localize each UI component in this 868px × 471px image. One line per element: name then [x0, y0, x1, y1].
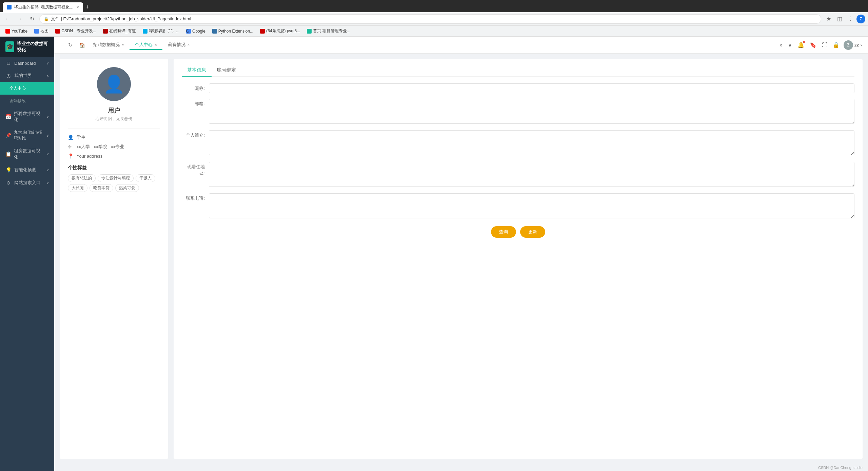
- tab-favicon: [7, 5, 12, 9]
- role-icon: 👤: [68, 135, 74, 140]
- chevron-down-icon: ∨: [46, 181, 49, 185]
- tag-5: 吃货本货: [90, 184, 113, 192]
- email-label: 邮箱:: [182, 99, 209, 107]
- tab-close-btn[interactable]: ×: [76, 4, 79, 10]
- tab-label: 薪资情况: [168, 42, 185, 48]
- address-input[interactable]: [209, 162, 854, 187]
- form-tabs: 基本信息 账号绑定: [182, 64, 854, 77]
- profile-info-role: 👤 学生: [68, 134, 160, 140]
- profile-info-address: 📍 Your address: [68, 153, 160, 159]
- password-nav-label: 密码修改: [9, 98, 26, 104]
- bookmark-csdn[interactable]: CSDN - 专业开发...: [53, 27, 99, 35]
- tag-3: 干饭人: [136, 174, 155, 182]
- sidebar-nav: □ Dashboard ∨ ◎ 我的世界 ∧ 个人中心 密码修改 📅 招聘数据可…: [0, 57, 54, 471]
- bookmark-pyqt5[interactable]: (64条消息) pyqt5...: [257, 27, 303, 35]
- bookmark-label: CSDN - 专业开发...: [61, 28, 96, 34]
- sidebar-group-label: 我的世界: [14, 73, 32, 79]
- chevron-down-icon: ∨: [46, 152, 49, 156]
- user-avatar-btn[interactable]: Z: [856, 15, 865, 23]
- sidebar-logo: 🎓: [5, 41, 14, 52]
- email-input[interactable]: [209, 99, 854, 124]
- bookmark-youdao[interactable]: Y 在线翻译_有道: [100, 27, 139, 35]
- collapse-sidebar-btn[interactable]: ≡: [60, 41, 65, 50]
- chevron-down-icon: ∨: [46, 168, 49, 172]
- footer: CSDN @DanCheng-studio: [54, 464, 868, 471]
- forward-btn[interactable]: →: [15, 14, 24, 24]
- sidebar-item-label: 智能化预测: [14, 167, 36, 173]
- browser-tab-bar: 毕业生的招聘+租房数据可视化… × +: [0, 0, 868, 12]
- address-bar[interactable]: 🔒 文件 | F:/Graduation_project/20/python_j…: [39, 14, 821, 24]
- menu-btn[interactable]: ⋮: [846, 14, 855, 24]
- tab-account-label: 账号绑定: [217, 67, 236, 73]
- bookmark-pm[interactable]: 首页-项目管理专业...: [304, 27, 353, 35]
- pm-favicon: [307, 29, 312, 34]
- bio-input[interactable]: [209, 130, 854, 155]
- back-btn[interactable]: ←: [3, 14, 12, 24]
- screen-lock-icon[interactable]: 🔒: [831, 40, 841, 50]
- bookmark-label: 哔哩哔哩（'-'）...: [149, 28, 180, 34]
- sidebar-item-prediction[interactable]: 💡 智能化预测 ∨: [0, 163, 54, 176]
- refresh-btn[interactable]: ↻: [27, 14, 37, 24]
- sidebar-header: 🎓 毕业生の数据可视化: [0, 37, 54, 57]
- more-tabs-btn[interactable]: »: [778, 41, 784, 50]
- bio-label: 个人简介:: [182, 130, 209, 138]
- bookmark-map[interactable]: 地图: [32, 27, 51, 35]
- address-icon: 📍: [68, 153, 74, 159]
- bookmark-label: YouTube: [12, 29, 27, 34]
- notification-bell-icon[interactable]: 🔔: [796, 40, 806, 50]
- bookmark-label: 首页-项目管理专业...: [313, 28, 350, 34]
- phone-input[interactable]: [209, 193, 854, 218]
- bookmark-bilibili[interactable]: 哔哩哔哩（'-'）...: [140, 27, 182, 35]
- query-button[interactable]: 查询: [491, 226, 516, 238]
- tab-profile[interactable]: 个人中心 ×: [130, 40, 162, 50]
- bio-field: [209, 130, 854, 156]
- tag-1: 很有想法的: [68, 174, 96, 182]
- sidebar-group-myworld[interactable]: ◎ 我的世界 ∧: [0, 69, 54, 82]
- home-breadcrumb[interactable]: 🏠: [77, 41, 88, 49]
- sidebar-item-rental[interactable]: 📋 租房数据可视化 ∨: [0, 144, 54, 163]
- python-favicon: [212, 29, 217, 34]
- bookmark-youtube[interactable]: YouTube: [3, 28, 30, 34]
- youtube-favicon: [5, 29, 10, 34]
- tab-salary[interactable]: 薪资情况 ×: [162, 40, 195, 50]
- tab-close-icon[interactable]: ×: [155, 43, 157, 47]
- browser-tab[interactable]: 毕业生的招聘+租房数据可视化… ×: [3, 2, 83, 12]
- sidebar-item-password[interactable]: 密码修改: [0, 95, 54, 107]
- sidebar-item-profile[interactable]: 个人中心: [0, 82, 54, 95]
- bookmark-google[interactable]: G Google: [183, 28, 208, 34]
- sidebar-item-search[interactable]: ⊙ 网站搜索入口 ∨: [0, 176, 54, 189]
- profile-nav-label: 个人中心: [9, 85, 26, 91]
- bookmark-icon[interactable]: 🔖: [808, 40, 818, 50]
- youdao-favicon: Y: [103, 29, 108, 34]
- profile-avatar-wrap: 👤: [97, 67, 131, 101]
- address-field: [209, 162, 854, 188]
- tab-account-binding[interactable]: 账号绑定: [212, 64, 241, 77]
- browser-chrome: 毕业生的招聘+租房数据可视化… × + ← → ↻ 🔒 文件 | F:/Grad…: [0, 0, 868, 37]
- update-button[interactable]: 更新: [520, 226, 545, 238]
- refresh-page-btn[interactable]: ↻: [67, 40, 74, 50]
- form-row-email: 邮箱:: [182, 99, 854, 125]
- tag-4: 大长腿: [68, 184, 87, 192]
- sidebar-item-label: 九大热门城市招聘对比: [14, 130, 44, 141]
- fullscreen-icon[interactable]: ⛶: [821, 41, 829, 50]
- bookmark-python-ext[interactable]: Python Extension...: [210, 28, 256, 34]
- sidebar-item-dashboard[interactable]: □ Dashboard ∨: [0, 57, 54, 69]
- search-icon: ⊙: [5, 180, 12, 185]
- bookmark-label: Python Extension...: [218, 29, 253, 34]
- tags-list: 很有想法的 专注设计与编程 干饭人 大长腿 吃货本货 温柔可爱: [68, 174, 160, 192]
- user-avatar: Z: [844, 40, 853, 50]
- expand-icon[interactable]: ∨: [787, 40, 793, 50]
- tab-recruitment[interactable]: 招聘数据概况 ∨: [88, 40, 130, 50]
- tab-search-btn[interactable]: ◫: [835, 14, 844, 24]
- profile-divider: [68, 129, 160, 129]
- sidebar-title: 毕业生の数据可视化: [17, 41, 49, 53]
- top-bar-user[interactable]: Z zz ∨: [844, 40, 863, 50]
- tab-basic-info[interactable]: 基本信息: [182, 64, 212, 77]
- form-row-nickname: 昵称:: [182, 83, 854, 93]
- new-tab-btn[interactable]: +: [83, 4, 92, 11]
- sidebar-item-cities[interactable]: 📌 九大热门城市招聘对比 ∨: [0, 126, 54, 144]
- tab-close-icon[interactable]: ×: [188, 43, 190, 47]
- nickname-input[interactable]: [209, 83, 854, 93]
- sidebar-item-jobs[interactable]: 📅 招聘数据可视化 ∨: [0, 107, 54, 126]
- star-btn[interactable]: ★: [824, 14, 833, 24]
